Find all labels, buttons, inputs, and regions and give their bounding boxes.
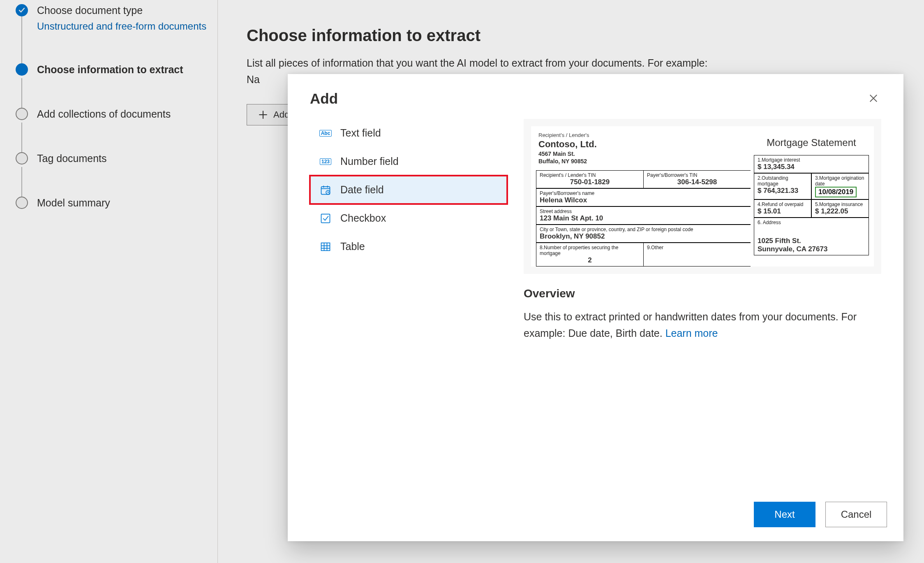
- doc-label: 5.Mortgage insurance: [815, 202, 865, 207]
- wizard-stepper: Choose document type Unstructured and fr…: [0, 0, 218, 563]
- document-preview: Recipient's / Lender's Contoso, Ltd. 456…: [524, 119, 881, 274]
- add-button-label: Add: [273, 109, 289, 120]
- doc-addr1: 4567 Main St.: [538, 151, 748, 157]
- doc-label: 8.Number of properties securing the mort…: [540, 245, 640, 256]
- add-field-modal: Add Abc Text field 123 Number field Date…: [288, 74, 903, 541]
- number-icon: 123: [320, 156, 331, 167]
- doc-recipient-label: Recipient's / Lender's: [538, 132, 748, 138]
- type-label: Text field: [340, 127, 381, 139]
- type-date-field[interactable]: Date field: [310, 176, 507, 204]
- page-title: Choose information to extract: [247, 26, 895, 45]
- doc-value: 2: [540, 256, 640, 264]
- active-step-icon: [16, 63, 28, 76]
- doc-value: 750-01-1829: [540, 178, 640, 186]
- doc-label: 1.Mortgage interest: [758, 157, 865, 163]
- step-tag-documents[interactable]: Tag documents: [16, 152, 217, 167]
- doc-label: Street address: [540, 209, 747, 214]
- doc-label: City or Town, state or province, country…: [540, 227, 747, 232]
- doc-label: Payer's/Borrower's name: [540, 190, 747, 196]
- step-add-collections[interactable]: Add collections of documents: [16, 108, 217, 123]
- doc-label: 9.Other: [647, 245, 747, 250]
- doc-highlighted-date: 10/08/2019: [815, 187, 857, 197]
- checkbox-icon: [320, 213, 331, 224]
- doc-value: Helena Wilcox: [540, 196, 747, 204]
- type-detail-panel: Recipient's / Lender's Contoso, Ltd. 456…: [524, 119, 881, 490]
- type-label: Date field: [340, 184, 384, 196]
- close-button[interactable]: [866, 90, 881, 107]
- doc-value: $ 15.01: [758, 207, 808, 215]
- doc-value: 306-14-5298: [647, 178, 747, 186]
- next-button[interactable]: Next: [754, 502, 815, 527]
- check-icon: [16, 4, 28, 16]
- doc-value: Brooklyn, NY 90852: [540, 232, 747, 241]
- calendar-icon: [320, 184, 331, 196]
- step-model-summary[interactable]: Model summary: [16, 197, 217, 211]
- doc-value: Sunnyvale, CA 27673: [758, 245, 865, 253]
- doc-label: 6. Address: [758, 220, 865, 225]
- type-label: Number field: [340, 155, 399, 167]
- step-title: Choose document type: [37, 5, 206, 16]
- type-number-field[interactable]: 123 Number field: [310, 147, 507, 176]
- cancel-button[interactable]: Cancel: [825, 502, 887, 527]
- doc-value: 123 Main St Apt. 10: [540, 214, 747, 222]
- type-label: Checkbox: [340, 212, 386, 224]
- svg-rect-2: [321, 214, 330, 222]
- step-choose-doc-type[interactable]: Choose document type Unstructured and fr…: [16, 4, 217, 34]
- doc-label: Recipient's / Lender's TIN: [540, 172, 640, 178]
- type-label: Table: [340, 241, 365, 253]
- field-type-list: Abc Text field 123 Number field Date fie…: [310, 119, 507, 490]
- svg-rect-3: [321, 243, 330, 250]
- step-title: Tag documents: [37, 153, 107, 164]
- step-title: Choose information to extract: [37, 64, 183, 76]
- doc-label: 3.Mortgage origination date: [815, 175, 865, 187]
- doc-value: $ 764,321.33: [758, 187, 808, 195]
- overview-text: Use this to extract printed or handwritt…: [524, 308, 881, 341]
- doc-heading: Mortgage Statement: [754, 137, 869, 148]
- table-icon: [320, 241, 331, 253]
- learn-more-link[interactable]: Learn more: [665, 327, 718, 339]
- doc-value: $ 1,222.05: [815, 207, 865, 215]
- close-icon: [869, 94, 878, 103]
- step-choose-info[interactable]: Choose information to extract: [16, 63, 217, 78]
- doc-value: 1025 Fifth St.: [758, 237, 865, 245]
- doc-value: $ 13,345.34: [758, 163, 865, 171]
- todo-step-icon: [16, 197, 28, 209]
- doc-label: 2.Outstanding mortgage: [758, 175, 808, 187]
- todo-step-icon: [16, 108, 28, 120]
- modal-title: Add: [310, 90, 338, 107]
- text-icon: Abc: [320, 127, 331, 139]
- doc-company: Contoso, Ltd.: [538, 139, 748, 150]
- step-subtitle[interactable]: Unstructured and free-form documents: [37, 19, 206, 34]
- doc-addr2: Buffalo, NY 90852: [538, 158, 748, 164]
- type-text-field[interactable]: Abc Text field: [310, 119, 507, 147]
- type-table[interactable]: Table: [310, 232, 507, 261]
- type-checkbox[interactable]: Checkbox: [310, 204, 507, 232]
- plus-icon: [259, 110, 268, 119]
- doc-label: 4.Refund of overpaid: [758, 202, 808, 207]
- todo-step-icon: [16, 152, 28, 164]
- overview-heading: Overview: [524, 287, 881, 300]
- step-title: Model summary: [37, 197, 110, 209]
- step-title: Add collections of documents: [37, 108, 171, 120]
- doc-label: Payer's/Borrower's TIN: [647, 172, 747, 178]
